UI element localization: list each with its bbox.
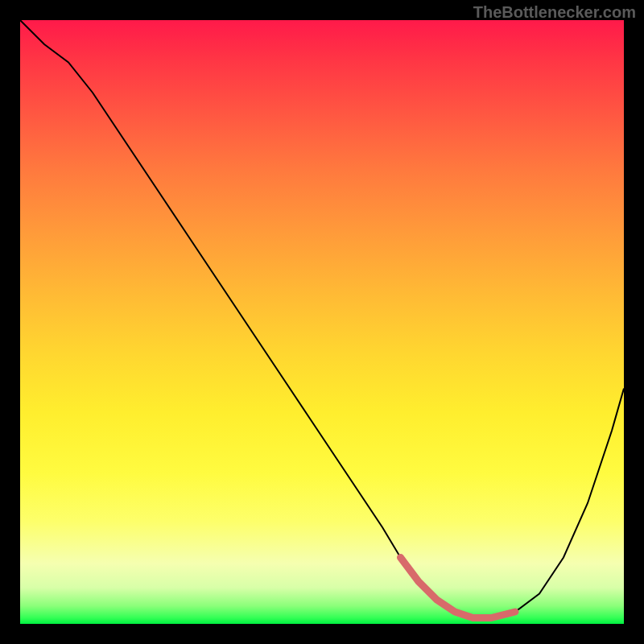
chart-svg — [20, 20, 624, 624]
chart-container — [20, 20, 624, 624]
watermark-text: TheBottlenecker.com — [473, 3, 636, 22]
optimal-zone-marker — [401, 558, 516, 618]
bottleneck-curve — [20, 20, 624, 618]
